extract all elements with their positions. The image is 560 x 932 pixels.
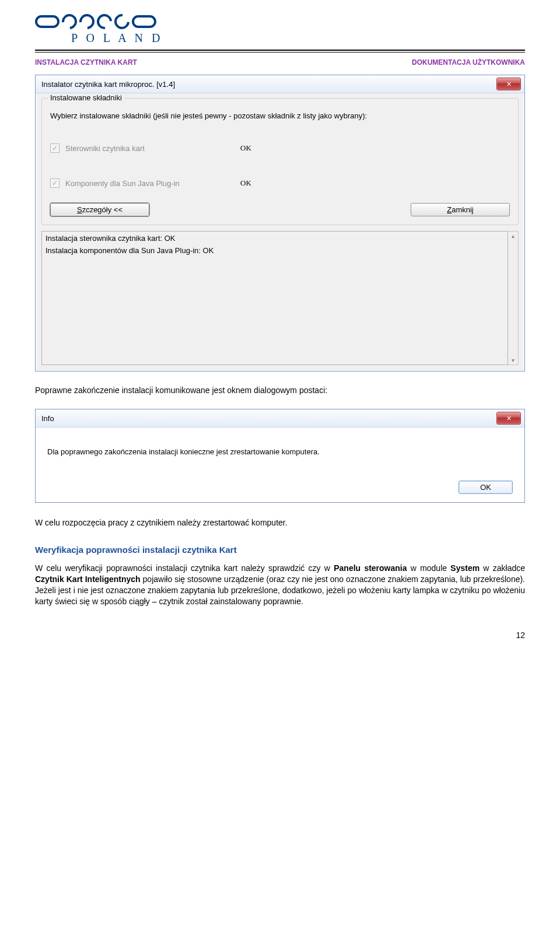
titlebar: Instalator czytnika kart mikroproc. [v1.… <box>36 75 524 93</box>
logo: P O L A N D <box>35 14 525 45</box>
divider <box>35 50 525 51</box>
dialog-message: Dla poprawnego zakończenia instalacji ko… <box>47 447 513 456</box>
log-line: Instalacja sterownika czytnika kart: OK <box>46 234 504 243</box>
section-heading: Weryfikacja poprawności instalacji czytn… <box>35 545 525 555</box>
titlebar: Info ✕ <box>36 409 524 428</box>
details-button[interactable]: Szczegóły << <box>50 203 149 216</box>
components-group: Instalowane składniki Wybierz instalowan… <box>41 98 519 225</box>
scroll-up-icon[interactable]: ▴ <box>512 233 514 239</box>
dialog-close-button[interactable]: ✕ <box>496 412 521 425</box>
close-icon: ✕ <box>506 415 512 422</box>
close-icon: ✕ <box>506 80 512 88</box>
dialog-title: Info <box>41 414 54 423</box>
component-status: OK <box>240 178 251 188</box>
log-area: Instalacja sterownika czytnika kart: OK … <box>41 231 519 365</box>
window-close-button[interactable]: ✕ <box>496 78 521 90</box>
installer-window: Instalator czytnika kart mikroproc. [v1.… <box>35 75 525 372</box>
checkbox-drivers[interactable]: ✓ <box>50 143 60 153</box>
log-line: Instalacja komponentów dla Sun Java Plug… <box>46 246 504 255</box>
checkbox-java[interactable]: ✓ <box>50 178 60 188</box>
logo-subtext: P O L A N D <box>71 31 525 45</box>
component-row-java: ✓ Komponenty dla Sun Java Plug-in OK <box>50 178 510 188</box>
component-label: Komponenty dla Sun Java Plug-in <box>65 179 240 188</box>
scroll-down-icon[interactable]: ▾ <box>512 357 514 363</box>
scrollbar[interactable]: ▴ ▾ <box>508 231 519 365</box>
instruction-text: Wybierz instalowane składniki (jeśli nie… <box>50 111 510 120</box>
component-label: Sterowniki czytnika kart <box>65 144 240 153</box>
close-button[interactable]: Zamknij <box>411 203 510 216</box>
header-right: DOKUMENTACJA UŻYTKOWNIKA <box>412 58 525 66</box>
window-title: Instalator czytnika kart mikroproc. [v1.… <box>41 80 175 89</box>
header-left: INSTALACJA CZYTNIKA KART <box>35 58 137 66</box>
component-row-drivers: ✓ Sterowniki czytnika kart OK <box>50 143 510 153</box>
info-dialog: Info ✕ Dla poprawnego zakończenia instal… <box>35 409 525 503</box>
paragraph: Poprawne zakończenie instalacji komuniko… <box>35 386 525 395</box>
log-text: Instalacja sterownika czytnika kart: OK … <box>41 231 508 365</box>
divider-thin <box>35 52 525 52</box>
component-status: OK <box>240 143 251 153</box>
paragraph: W celu rozpoczęcia pracy z czytnikiem na… <box>35 518 525 527</box>
ok-button[interactable]: OK <box>459 481 513 494</box>
verification-paragraph: W celu weryfikacji poprawności instalacj… <box>35 563 525 607</box>
page-number: 12 <box>35 630 525 640</box>
group-legend: Instalowane składniki <box>48 93 124 102</box>
